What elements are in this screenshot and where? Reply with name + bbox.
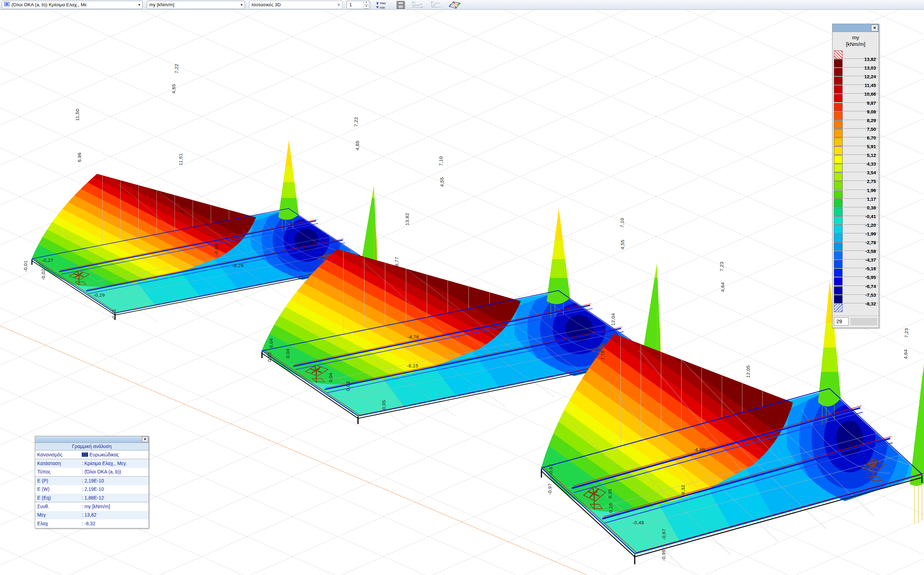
legend-color-swatch	[834, 138, 843, 146]
legend-color-swatch	[834, 234, 843, 242]
info-row: E (Eq): 1,88E-12	[35, 494, 149, 502]
chevron-down-icon: ∨	[337, 2, 340, 7]
svg-text:F: F	[433, 1, 435, 4]
legend-color-swatch	[834, 146, 843, 155]
legend-value: 1,17	[867, 197, 876, 202]
eu-flag-icon	[82, 453, 88, 457]
close-icon[interactable]: ✕	[142, 437, 148, 442]
smoothing-spinner[interactable]: 1 ▲ ▼	[346, 1, 370, 9]
combination-icon	[4, 2, 10, 7]
legend-value: 2,75	[867, 179, 876, 184]
svg-text:min: min	[380, 6, 385, 9]
legend-color-swatch	[834, 190, 843, 199]
resize-grip[interactable]	[851, 318, 877, 325]
legend-color-swatch	[834, 85, 843, 94]
close-icon[interactable]: ✕	[871, 25, 878, 31]
legend-value: -5,16	[865, 266, 876, 271]
legend-value: 13,82	[864, 57, 876, 62]
info-row-value: : 13,82	[82, 512, 96, 518]
legend-title: my [kNm/m]	[832, 32, 879, 50]
spinner-value: 1	[347, 2, 363, 7]
legend-value: 5,91	[867, 144, 876, 149]
info-row-label: Κατάσταση	[37, 461, 82, 466]
legend-value: 12,24	[864, 74, 876, 79]
info-panel-title: Γραμμική ανάλυση	[35, 443, 149, 451]
fem-application-window: (Όλοι ΟΚΑ (a, b)) Κρίσιμα Ελαχ., Με ▼ my…	[0, 0, 924, 575]
legend-color-swatch	[834, 68, 843, 76]
spinner-up-button[interactable]: ▲	[363, 1, 370, 5]
results-toolbar: (Όλοι ΟΚΑ (a, b)) Κρίσιμα Ελαχ., Με ▼ my…	[0, 0, 924, 10]
legend-value: 8,29	[867, 118, 876, 123]
legend-value: -5,95	[865, 275, 876, 280]
info-row-value: : -8,32	[82, 521, 95, 526]
result-diagram-f-button[interactable]: F	[429, 1, 443, 9]
legend-row: 13,82	[834, 50, 879, 59]
info-titlebar[interactable]: ✕	[35, 436, 149, 443]
legend-hatch-swatch	[834, 51, 843, 59]
legend-value: 3,54	[867, 170, 876, 175]
legend-color-swatch	[834, 286, 843, 295]
legend-color-swatch	[834, 295, 843, 303]
info-row-value: : 2,19E-10	[82, 487, 104, 492]
legend-value: 6,70	[867, 135, 876, 141]
legend-value: -3,58	[865, 249, 876, 254]
spinner-down-button[interactable]: ▼	[363, 5, 370, 9]
legend-titlebar[interactable]: ✕	[832, 24, 879, 32]
info-row-value: : Κρίσιμα Ελαχ., Μεγ.	[82, 461, 127, 466]
animation-button[interactable]	[395, 1, 406, 9]
legend-color-swatch	[834, 225, 843, 233]
legend-value: -7,53	[865, 292, 876, 298]
legend-value: 4,33	[867, 161, 876, 167]
load-case-value: (Όλοι ΟΚΑ (a, b)) Κρίσιμα Ελαχ., Με	[11, 2, 87, 7]
legend-color-swatch	[834, 120, 843, 129]
load-case-combo[interactable]: (Όλοι ΟΚΑ (a, b)) Κρίσιμα Ελαχ., Με ▼	[2, 1, 143, 9]
info-row-label: E (P)	[37, 478, 82, 483]
legend-color-swatch	[834, 181, 843, 190]
info-row: Μεγ: 13,82	[35, 511, 149, 519]
legend-color-swatch	[834, 112, 843, 120]
info-row-label: Τύπος	[37, 469, 82, 475]
legend-value: 5,12	[867, 153, 876, 158]
info-row-value: : (Όλοι ΟΚΑ (a, b))	[82, 469, 121, 475]
legend-value: -0,41	[865, 214, 876, 219]
info-row: E (P): 2,19E-10	[35, 476, 149, 485]
display-mode-value: Ισοτασικές 3D	[251, 2, 281, 7]
legend-color-swatch	[834, 59, 843, 67]
info-row-label: E (W)	[37, 487, 82, 492]
max-min-values-button[interactable]: max min	[374, 1, 391, 9]
legend-color-swatch	[834, 243, 843, 251]
result-diagram-xy-button[interactable]: y	[411, 1, 424, 9]
dropdown-arrow-icon: ▼	[240, 3, 243, 6]
legend-value: 11,45	[865, 83, 876, 88]
isosurface-panel-button[interactable]	[447, 1, 463, 9]
info-row: E (W): 2,19E-10	[35, 485, 149, 494]
legend-hatch-swatch	[834, 304, 843, 312]
legend-footer: 29	[832, 316, 879, 328]
legend-value: -4,37	[865, 257, 876, 263]
info-row: Συνθ.: my [kNm/m]	[35, 502, 149, 511]
result-quantity-value: my [kNm/m]	[149, 2, 174, 7]
legend-scale: 13,8213,0312,2411,4510,669,879,088,297,5…	[832, 50, 879, 313]
legend-color-count: 29	[834, 317, 848, 326]
display-mode-combo[interactable]: Ισοτασικές 3D ∨	[249, 1, 342, 9]
legend-value: 1,96	[867, 188, 876, 193]
legend-color-swatch	[834, 199, 843, 207]
result-quantity-combo[interactable]: my [kNm/m] ▼	[147, 1, 245, 9]
legend-color-swatch	[834, 216, 843, 225]
info-row: Κατάσταση: Κρίσιμα Ελαχ., Μεγ.	[35, 459, 149, 467]
legend-color-swatch	[834, 164, 843, 172]
analysis-info-panel: ✕ Γραμμική ανάλυση Κανονισμός Ευρωκώδικα…	[35, 436, 149, 528]
info-row-label: Ελαχ	[37, 521, 82, 526]
legend-value: -8,32	[865, 301, 876, 307]
info-row-value: : my [kNm/m]	[82, 504, 110, 509]
legend-value: 9,87	[867, 100, 876, 106]
dropdown-arrow-icon: ▼	[138, 3, 141, 6]
info-row-label: Συνθ.	[37, 504, 82, 509]
legend-value: -6,74	[865, 284, 876, 289]
legend-color-swatch	[834, 94, 843, 102]
svg-text:max: max	[380, 2, 386, 5]
legend-color-swatch	[834, 103, 843, 111]
info-row: Ελαχ: -8,32	[35, 519, 149, 528]
info-row: Κανονισμός Ευρωκώδικας	[35, 451, 149, 459]
legend-value: 0,38	[867, 205, 876, 210]
